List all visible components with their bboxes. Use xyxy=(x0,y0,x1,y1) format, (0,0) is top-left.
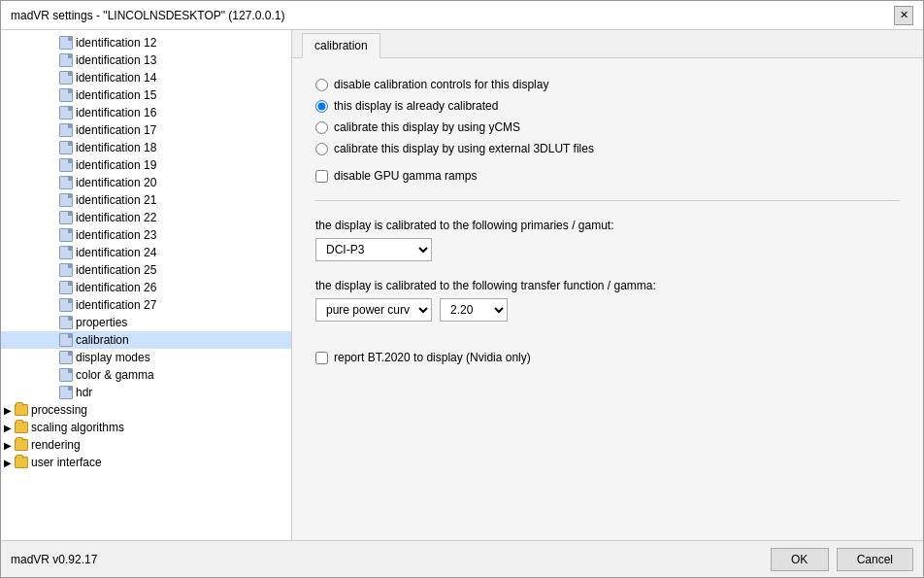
radio-3dlut-label: calibrate this display by using external… xyxy=(334,142,594,155)
panel-content: disable calibration controls for this di… xyxy=(292,58,923,540)
title-bar: madVR settings - "LINCOLNSDESKTOP" (127.… xyxy=(1,1,923,30)
doc-icon xyxy=(59,386,73,399)
radio-disable-calibration-label: disable calibration controls for this di… xyxy=(334,78,548,91)
doc-icon xyxy=(59,246,73,259)
tree-item-id27[interactable]: identification 27 xyxy=(1,296,291,314)
tree-item-user-interface[interactable]: ▶ user interface xyxy=(1,454,291,471)
tree-item-id18[interactable]: identification 18 xyxy=(1,139,291,156)
doc-icon xyxy=(59,263,73,277)
checkbox-report-bt2020[interactable]: report BT.2020 to display (Nvidia only) xyxy=(315,351,900,364)
folder-icon xyxy=(15,404,28,416)
doc-icon xyxy=(59,123,73,137)
close-button[interactable]: ✕ xyxy=(894,6,913,25)
doc-icon xyxy=(59,316,73,329)
radio-already-calibrated-label: this display is already calibrated xyxy=(334,99,498,113)
tree-panel: identification 12 identification 13 iden… xyxy=(1,30,292,540)
tree-item-id13[interactable]: identification 13 xyxy=(1,51,291,69)
doc-icon xyxy=(59,351,73,364)
doc-icon xyxy=(59,36,73,50)
cancel-button[interactable]: Cancel xyxy=(837,548,913,571)
transfer-dropdown[interactable]: pure power curve sRGB BT.1886 gamma 2.2 xyxy=(315,298,432,322)
footer-buttons: OK Cancel xyxy=(771,548,913,571)
tree-item-id22[interactable]: identification 22 xyxy=(1,209,291,226)
radio-disable-calibration-input[interactable] xyxy=(315,79,328,91)
doc-icon xyxy=(59,106,73,119)
title-bar-controls: ✕ xyxy=(894,6,913,25)
radio-disable-calibration[interactable]: disable calibration controls for this di… xyxy=(315,78,900,91)
window-title: madVR settings - "LINCOLNSDESKTOP" (127.… xyxy=(11,9,284,22)
checkbox-disable-gpu-label: disable GPU gamma ramps xyxy=(334,169,477,183)
doc-icon xyxy=(59,368,73,382)
tab-calibration[interactable]: calibration xyxy=(302,33,380,58)
tree-item-id15[interactable]: identification 15 xyxy=(1,86,291,104)
tree-item-calibration[interactable]: calibration xyxy=(1,331,291,349)
primaries-group: the display is calibrated to the followi… xyxy=(315,219,900,261)
doc-icon xyxy=(59,211,73,224)
right-panel: calibration disable calibration controls… xyxy=(292,30,923,540)
tree-item-id23[interactable]: identification 23 xyxy=(1,226,291,244)
transfer-group: the display is calibrated to the followi… xyxy=(315,279,900,322)
radio-ycms-input[interactable] xyxy=(315,121,328,134)
tab-bar: calibration xyxy=(292,30,923,58)
tree-item-rendering[interactable]: ▶ rendering xyxy=(1,436,291,454)
bottom-bar: madVR v0.92.17 OK Cancel xyxy=(1,540,923,577)
tree-item-scaling[interactable]: ▶ scaling algorithms xyxy=(1,419,291,436)
tree-item-id20[interactable]: identification 20 xyxy=(1,174,291,191)
radio-already-calibrated-input[interactable] xyxy=(315,100,328,113)
tree-item-id16[interactable]: identification 16 xyxy=(1,104,291,121)
version-label: madVR v0.92.17 xyxy=(11,553,97,566)
doc-icon xyxy=(59,141,73,154)
radio-ycms[interactable]: calibrate this display by using yCMS xyxy=(315,120,900,134)
main-content: identification 12 identification 13 iden… xyxy=(1,30,923,540)
transfer-dropdown-row: pure power curve sRGB BT.1886 gamma 2.2 … xyxy=(315,298,900,322)
tree-item-id26[interactable]: identification 26 xyxy=(1,279,291,296)
report-section: report BT.2020 to display (Nvidia only) xyxy=(315,351,900,364)
divider-1 xyxy=(315,200,900,201)
doc-icon xyxy=(59,158,73,172)
doc-icon xyxy=(59,333,73,347)
checkbox-report-bt2020-input[interactable] xyxy=(315,352,328,364)
tree-item-hdr[interactable]: hdr xyxy=(1,384,291,401)
checkbox-disable-gpu-input[interactable] xyxy=(315,170,328,183)
transfer-label: the display is calibrated to the followi… xyxy=(315,279,900,292)
main-window: madVR settings - "LINCOLNSDESKTOP" (127.… xyxy=(0,0,924,578)
primaries-dropdown[interactable]: DCI-P3 BT.709 BT.2020 sRGB xyxy=(315,238,432,261)
tree-item-id12[interactable]: identification 12 xyxy=(1,34,291,51)
tree-item-id25[interactable]: identification 25 xyxy=(1,261,291,279)
doc-icon xyxy=(59,71,73,85)
tree-item-display-modes[interactable]: display modes xyxy=(1,349,291,366)
folder-icon xyxy=(15,457,28,468)
doc-icon xyxy=(59,176,73,189)
doc-icon xyxy=(59,281,73,294)
doc-icon xyxy=(59,53,73,67)
tree-item-id21[interactable]: identification 21 xyxy=(1,191,291,209)
doc-icon xyxy=(59,88,73,102)
tree-item-color-gamma[interactable]: color & gamma xyxy=(1,366,291,384)
primaries-dropdown-row: DCI-P3 BT.709 BT.2020 sRGB xyxy=(315,238,900,261)
calibration-radio-group: disable calibration controls for this di… xyxy=(315,78,900,155)
radio-already-calibrated[interactable]: this display is already calibrated xyxy=(315,99,900,113)
radio-3dlut-input[interactable] xyxy=(315,143,328,155)
tree-item-properties[interactable]: properties xyxy=(1,314,291,331)
tree-item-processing[interactable]: ▶ processing xyxy=(1,401,291,419)
tree-item-id14[interactable]: identification 14 xyxy=(1,69,291,86)
tree-item-id19[interactable]: identification 19 xyxy=(1,156,291,174)
doc-icon xyxy=(59,298,73,312)
gamma-dropdown[interactable]: 2.20 2.00 2.10 2.40 xyxy=(440,298,508,322)
tree-item-id17[interactable]: identification 17 xyxy=(1,121,291,139)
checkbox-report-bt2020-label: report BT.2020 to display (Nvidia only) xyxy=(334,351,531,364)
folder-icon xyxy=(15,439,28,451)
radio-ycms-label: calibrate this display by using yCMS xyxy=(334,120,520,134)
doc-icon xyxy=(59,193,73,207)
primaries-label: the display is calibrated to the followi… xyxy=(315,219,900,232)
folder-icon xyxy=(15,422,28,433)
checkbox-disable-gpu[interactable]: disable GPU gamma ramps xyxy=(315,169,900,183)
ok-button[interactable]: OK xyxy=(771,548,829,571)
tree-item-id24[interactable]: identification 24 xyxy=(1,244,291,261)
radio-3dlut[interactable]: calibrate this display by using external… xyxy=(315,142,900,155)
doc-icon xyxy=(59,228,73,242)
